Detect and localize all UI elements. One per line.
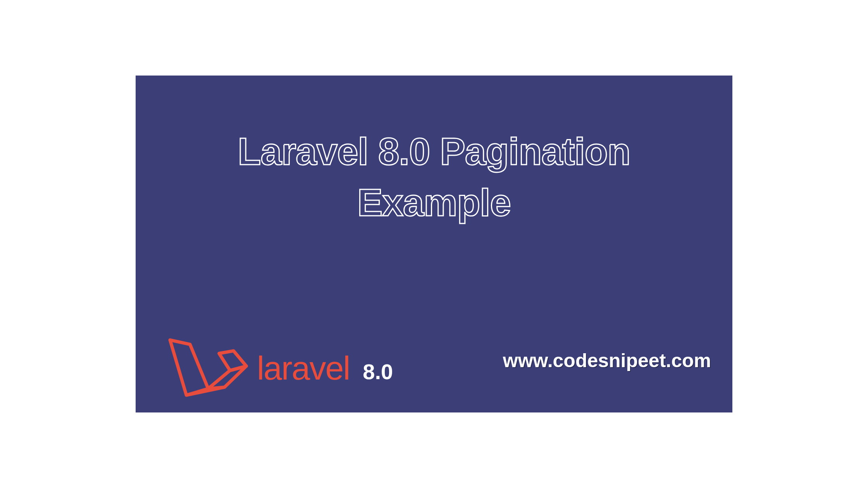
banner-title: Laravel 8.0 Pagination Example [165, 126, 703, 229]
brand-section: laravel 8.0 [163, 337, 393, 399]
laravel-logo-icon [163, 337, 250, 399]
title-line-1: Laravel 8.0 Pagination [165, 126, 703, 177]
brand-name: laravel [257, 349, 350, 387]
website-url: www.codesnipeet.com [503, 349, 711, 372]
title-line-2: Example [165, 177, 703, 228]
brand-version: 8.0 [363, 359, 393, 384]
promo-banner: Laravel 8.0 Pagination Example laravel 8… [136, 76, 732, 412]
